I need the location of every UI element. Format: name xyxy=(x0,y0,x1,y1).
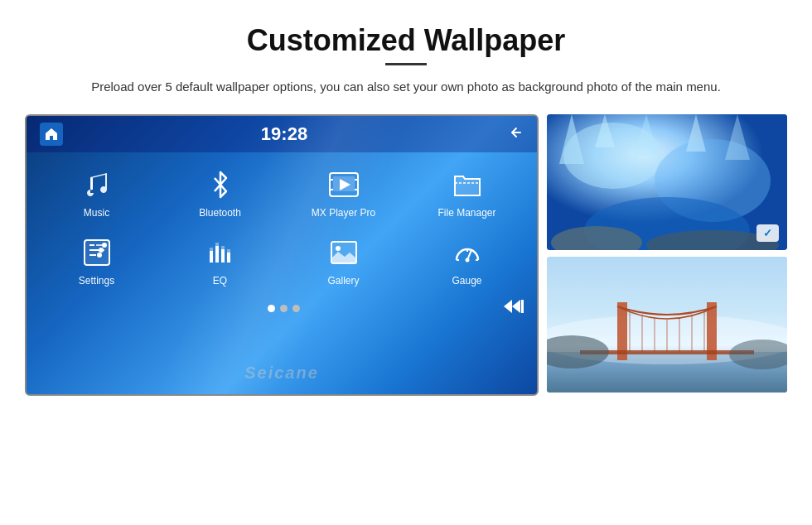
title-underline xyxy=(385,63,427,65)
settings-label: Settings xyxy=(79,275,114,287)
app-gallery[interactable]: Gallery xyxy=(282,229,405,293)
app-mx-player[interactable]: MX Player Pro xyxy=(282,161,405,225)
dot-1 xyxy=(268,305,275,312)
svg-rect-19 xyxy=(210,248,213,251)
eq-icon xyxy=(203,235,238,270)
music-label: Music xyxy=(84,207,109,219)
top-bar: 19:28 xyxy=(27,116,537,152)
golden-gate-image xyxy=(547,257,787,393)
svg-marker-32 xyxy=(504,300,512,313)
app-grid-row2: Settings xyxy=(27,229,537,296)
notification-badge: ✓ xyxy=(756,224,779,242)
app-eq[interactable]: EQ xyxy=(158,229,282,293)
skip-to-start-button[interactable] xyxy=(502,298,524,319)
page-title: Customized Wallpaper xyxy=(247,23,566,58)
page-dots xyxy=(268,305,300,312)
app-music[interactable]: Music xyxy=(35,161,158,225)
gauge-icon xyxy=(450,235,485,270)
svg-rect-23 xyxy=(221,246,225,249)
eq-label: EQ xyxy=(213,275,227,287)
page: Customized Wallpaper Preload over 5 defa… xyxy=(0,0,812,525)
bluetooth-icon xyxy=(203,167,238,202)
svg-rect-21 xyxy=(215,243,219,246)
app-file-manager[interactable]: File Manager xyxy=(405,161,529,225)
file-manager-label: File Manager xyxy=(437,207,495,219)
svg-marker-33 xyxy=(512,300,520,313)
bottom-bar xyxy=(27,296,537,322)
svg-rect-22 xyxy=(221,249,225,262)
page-subtitle: Preload over 5 default wallpaper options… xyxy=(91,77,721,96)
bluetooth-label: Bluetooth xyxy=(199,207,241,219)
svg-point-27 xyxy=(336,246,341,251)
side-images: ✓ xyxy=(547,114,787,396)
screen-mockup: 19:28 Music xyxy=(25,114,539,396)
dot-3 xyxy=(292,305,300,312)
app-grid-row1: Music Bluetooth xyxy=(27,152,537,229)
time-display: 19:28 xyxy=(261,123,307,145)
mx-player-label: MX Player Pro xyxy=(312,207,375,219)
svg-rect-24 xyxy=(227,253,230,262)
content-area: 19:28 Music xyxy=(33,114,779,396)
music-icon xyxy=(80,167,114,202)
file-manager-icon xyxy=(450,167,485,202)
back-icon[interactable] xyxy=(505,123,524,146)
seicane-brand: Seicane xyxy=(244,364,319,383)
svg-point-13 xyxy=(102,243,107,248)
svg-rect-20 xyxy=(215,246,219,262)
app-gauge[interactable]: Gauge xyxy=(405,229,529,293)
gallery-icon xyxy=(326,235,361,270)
app-bluetooth[interactable]: Bluetooth xyxy=(158,161,282,225)
svg-rect-25 xyxy=(227,249,230,253)
svg-rect-18 xyxy=(210,251,213,262)
svg-point-28 xyxy=(465,258,469,262)
ice-cave-image: ✓ xyxy=(547,114,787,250)
gauge-label: Gauge xyxy=(452,275,481,287)
app-settings[interactable]: Settings xyxy=(35,229,158,293)
home-icon[interactable] xyxy=(40,123,63,146)
gallery-label: Gallery xyxy=(327,275,359,287)
mx-player-icon xyxy=(326,167,361,202)
dot-2 xyxy=(280,305,288,312)
svg-rect-34 xyxy=(521,300,524,313)
settings-icon xyxy=(80,235,114,270)
svg-point-15 xyxy=(97,253,102,258)
